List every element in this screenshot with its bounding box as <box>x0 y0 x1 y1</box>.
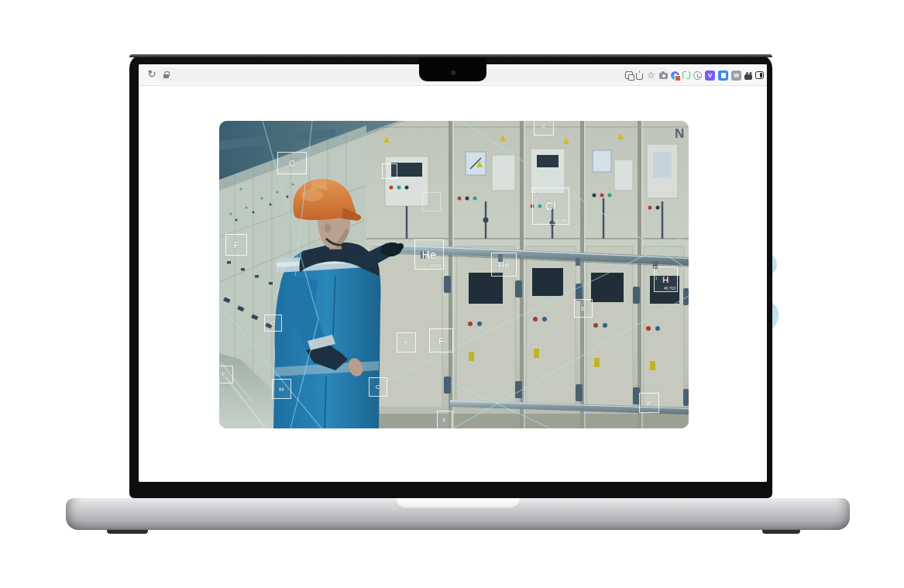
green-sync-icon[interactable] <box>682 71 690 79</box>
lock-icon <box>163 74 169 78</box>
side-panel-icon[interactable] <box>755 71 764 79</box>
history-clock-icon[interactable] <box>693 71 702 80</box>
hero-video-card[interactable]: N <box>219 121 689 428</box>
puzzle-icon[interactable] <box>744 74 752 80</box>
web-page: N <box>139 87 767 482</box>
laptop-screen: ↻ ☆VW <box>139 64 767 482</box>
share-icon[interactable] <box>636 73 643 80</box>
extension-icon-row: ☆VW <box>625 67 764 83</box>
camera-notch <box>419 57 486 81</box>
translate-icon[interactable] <box>625 71 633 79</box>
desktop-canvas: ↻ ☆VW <box>0 0 904 588</box>
teal-tint-overlay <box>219 121 689 428</box>
camera-icon[interactable] <box>659 73 668 79</box>
webcam-icon <box>451 70 455 75</box>
w-extension-icon[interactable]: W <box>731 70 741 81</box>
v-extension-icon[interactable]: V <box>705 70 715 81</box>
hero-photo-scene: N <box>219 121 689 428</box>
address-bar[interactable] <box>156 67 670 82</box>
blue-docs-icon[interactable] <box>718 70 728 81</box>
bookmark-star-icon[interactable]: ☆ <box>646 70 656 81</box>
laptop-base <box>66 498 850 530</box>
thumb-groove <box>395 498 521 510</box>
colorful-gear-icon[interactable] <box>671 71 679 80</box>
